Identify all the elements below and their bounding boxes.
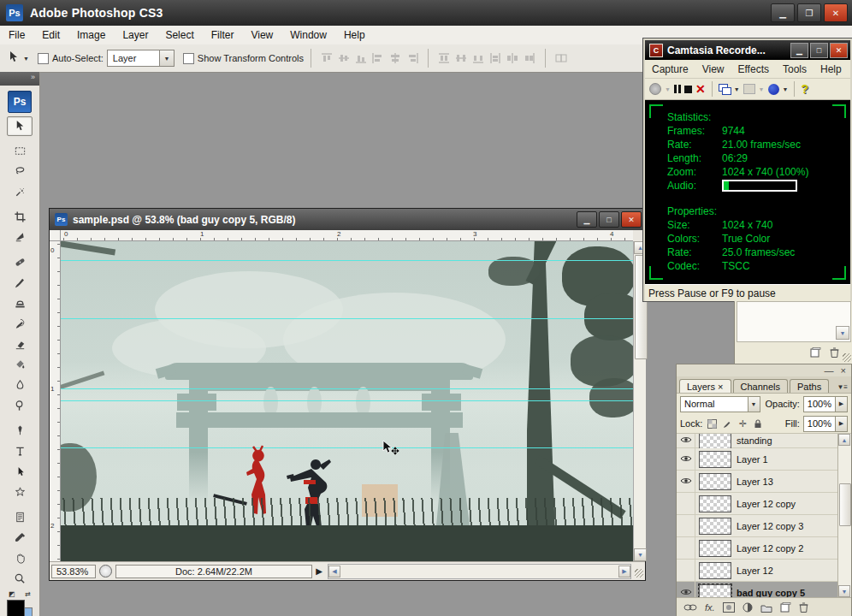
app-titlebar[interactable]: Ps Adobe Photoshop CS3 ▁ ❐ ✕ [0, 0, 852, 26]
tool-custom-shape[interactable] [7, 483, 33, 502]
tool-pen[interactable] [7, 421, 33, 441]
cam-menu-effects[interactable]: Effects [731, 63, 776, 75]
doc-close-button[interactable]: ✕ [621, 211, 642, 228]
foreground-color-swatch[interactable] [7, 600, 25, 616]
layer-thumbnail[interactable] [699, 584, 731, 599]
tool-crop[interactable] [7, 207, 33, 227]
canvas[interactable] [61, 241, 633, 561]
lock-position-icon[interactable]: ✛ [737, 418, 748, 429]
tab-layers[interactable]: Layers × [679, 379, 731, 393]
help-icon[interactable]: ? [801, 82, 808, 96]
tool-brush[interactable] [7, 273, 33, 293]
menu-window[interactable]: Window [281, 26, 335, 44]
adjustment-layer-icon[interactable] [743, 602, 753, 613]
layer-row[interactable]: Layer 1 [677, 448, 851, 471]
cam-menu-tools[interactable]: Tools [776, 63, 814, 75]
document-titlebar[interactable]: Ps sample.psd @ 53.8% (bad guy copy 5, R… [50, 209, 645, 230]
panel-menu-icon[interactable]: ▼≡ [837, 383, 848, 391]
new-group-icon[interactable] [760, 603, 772, 613]
distribute-vcenter-icon[interactable] [454, 52, 468, 64]
new-item-icon[interactable] [810, 347, 821, 358]
auto-select-dropdown[interactable]: Layer ▼ [107, 50, 175, 67]
trash-icon[interactable] [830, 347, 839, 358]
effects-dropdown-icon[interactable]: ▼ [783, 86, 789, 92]
effects-icon[interactable] [768, 84, 779, 95]
fill-field[interactable]: 100% ▶ [803, 416, 848, 432]
layer-row[interactable]: Layer 12 copy 2 [677, 537, 851, 560]
show-transform-checkbox[interactable] [183, 53, 194, 64]
menu-edit[interactable]: Edit [33, 26, 68, 44]
lock-transparency-icon[interactable] [706, 418, 718, 429]
doc-horizontal-scrollbar[interactable]: ◀ ▶ [328, 564, 631, 579]
distribute-top-icon[interactable] [437, 52, 451, 64]
new-layer-icon[interactable] [780, 602, 791, 613]
scroll-left-icon[interactable]: ◀ [328, 566, 340, 578]
tool-paint-bucket[interactable] [7, 355, 33, 375]
distribute-left-icon[interactable] [488, 52, 502, 64]
current-tool-chip[interactable]: ▼ [7, 50, 29, 66]
align-vcenter-icon[interactable] [337, 52, 351, 64]
pause-icon[interactable] [674, 85, 681, 93]
cam-menu-capture[interactable]: Capture [645, 63, 695, 75]
cam-maximize-button[interactable]: □ [810, 43, 828, 58]
layer-row[interactable]: standing [677, 434, 851, 448]
region-dropdown-icon[interactable]: ▼ [734, 86, 740, 92]
status-clock-icon[interactable] [99, 565, 112, 578]
tool-dodge[interactable] [7, 396, 33, 416]
resize-grip[interactable] [635, 569, 643, 578]
layer-style-fx-icon[interactable]: fx. [705, 602, 715, 613]
menu-image[interactable]: Image [68, 26, 114, 44]
layer-thumbnail[interactable] [699, 562, 731, 579]
tool-lasso[interactable] [7, 162, 33, 181]
menu-filter[interactable]: Filter [203, 26, 243, 44]
layer-row[interactable]: bad guy copy 5 [677, 582, 851, 598]
ruler-origin-box[interactable] [50, 230, 61, 241]
layer-thumbnail[interactable] [699, 495, 731, 512]
doc-minimize-button[interactable]: ▁ [577, 211, 597, 228]
eye-icon[interactable] [680, 477, 692, 487]
panel-resize-grip[interactable] [843, 353, 851, 362]
tool-history-brush[interactable] [7, 314, 33, 334]
tool-zoom[interactable] [7, 569, 33, 589]
blend-mode-dropdown[interactable]: Normal ▼ [680, 396, 760, 412]
eye-icon[interactable] [680, 588, 692, 598]
link-layers-icon[interactable] [683, 603, 697, 612]
layer-row[interactable]: Layer 12 [677, 560, 851, 582]
region-select-icon[interactable] [719, 84, 731, 94]
auto-align-layers-icon[interactable] [554, 52, 568, 64]
menu-file[interactable]: File [0, 26, 33, 44]
tool-notes[interactable] [7, 507, 33, 527]
align-top-icon[interactable] [320, 52, 334, 64]
distribute-hcenter-icon[interactable] [506, 52, 519, 64]
cam-close-button[interactable]: ✕ [830, 43, 848, 58]
layer-thumbnail[interactable] [699, 473, 731, 490]
layer-row[interactable]: Layer 12 copy [677, 493, 851, 515]
align-bottom-icon[interactable] [354, 52, 368, 64]
swap-colors-icon[interactable]: ⇄ [25, 590, 31, 598]
minimize-button[interactable]: ▁ [771, 3, 795, 22]
stop-icon[interactable] [684, 86, 692, 93]
lock-paint-icon[interactable] [721, 418, 733, 429]
menu-select[interactable]: Select [157, 26, 202, 44]
zoom-percent-field[interactable]: 53.83% [51, 565, 96, 578]
layer-row[interactable]: Layer 12 copy 3 [677, 515, 851, 537]
tool-move[interactable] [7, 116, 33, 136]
layer-row[interactable]: Layer 13 [677, 471, 851, 493]
tool-slice[interactable] [7, 228, 33, 247]
panel-close-icon[interactable]: × [841, 365, 846, 376]
doc-maximize-button[interactable]: □ [599, 211, 619, 228]
scroll-down-icon[interactable]: ▼ [634, 548, 647, 561]
restore-button[interactable]: ❐ [797, 3, 821, 22]
layer-thumbnail[interactable] [699, 540, 731, 557]
close-button[interactable]: ✕ [824, 3, 848, 22]
cam-menu-help[interactable]: Help [814, 63, 849, 75]
auto-select-checkbox[interactable] [38, 53, 49, 64]
distribute-bottom-icon[interactable] [471, 52, 485, 64]
tool-eraser[interactable] [7, 335, 33, 354]
distribute-right-icon[interactable] [523, 52, 536, 64]
toolbox-collapse-chevrons[interactable]: » [0, 72, 39, 86]
cam-minimize-button[interactable]: ▁ [790, 43, 808, 58]
eye-icon[interactable] [680, 435, 692, 446]
tool-hand[interactable] [7, 548, 33, 568]
panel-minimize-icon[interactable]: — [825, 365, 834, 376]
